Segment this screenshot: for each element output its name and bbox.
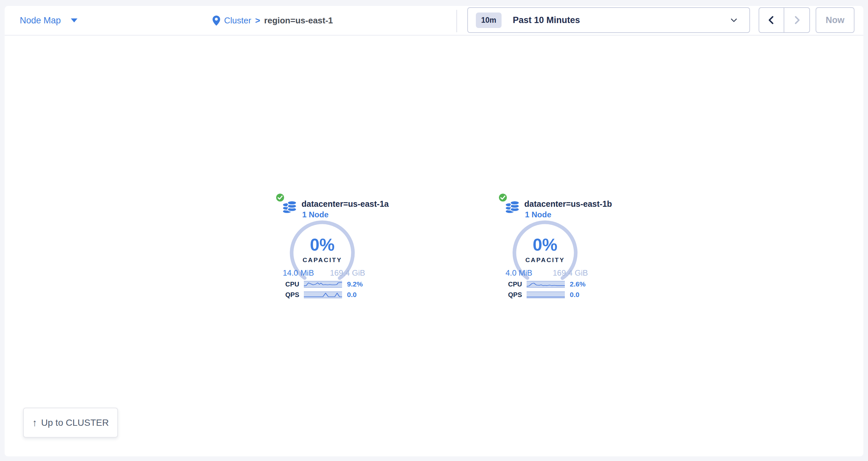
time-window-dropdown[interactable]: 10m Past 10 Minutes [467, 7, 750, 33]
capacity-range: 4.0 MiB 169.4 GiB [505, 268, 588, 277]
qps-value: 0.0 [347, 291, 356, 299]
qps-value: 0.0 [570, 291, 579, 299]
capacity-total: 169.4 GiB [553, 268, 588, 277]
cpu-metric-row: CPU 2.6% [504, 280, 586, 288]
arrow-up-icon: ↑ [32, 417, 37, 428]
qps-label: QPS [504, 291, 522, 299]
cpu-metric-row: CPU 9.2% [281, 280, 363, 288]
cpu-label: CPU [281, 281, 299, 288]
datacenter-card[interactable]: datacenter=us-east-1a 1 Node 0% CAPACITY… [275, 192, 390, 305]
datacenter-card[interactable]: datacenter=us-east-1b 1 Node 0% CAPACITY… [498, 192, 613, 305]
capacity-percent: 0% [286, 235, 359, 255]
qps-metric-row: QPS 0.0 [504, 291, 579, 299]
breadcrumb: Cluster > region=us-east-1 [213, 6, 333, 35]
time-window-badge: 10m [476, 12, 501, 28]
qps-metric-row: QPS 0.0 [281, 291, 356, 299]
caret-down-icon [71, 19, 78, 22]
cpu-label: CPU [504, 281, 522, 288]
breadcrumb-separator: > [255, 15, 260, 26]
node-map-panel: Node Map Cluster > region=us-east-1 10m … [5, 6, 863, 456]
header-bar: Node Map Cluster > region=us-east-1 10m … [5, 6, 863, 36]
next-time-button[interactable] [784, 8, 809, 32]
time-window-label: Past 10 Minutes [513, 15, 580, 25]
view-selector-dropdown[interactable]: Node Map [20, 6, 78, 35]
capacity-used: 4.0 MiB [505, 268, 532, 277]
cpu-value: 9.2% [347, 280, 363, 288]
capacity-label: CAPACITY [509, 257, 581, 264]
breadcrumb-current: region=us-east-1 [264, 15, 333, 26]
view-selector-label: Node Map [20, 15, 61, 26]
up-to-cluster-label: Up to CLUSTER [41, 418, 109, 428]
datacenter-title: datacenter=us-east-1b [524, 199, 612, 209]
check-circle-icon [276, 193, 285, 202]
cpu-sparkline [304, 281, 342, 288]
datacenter-title: datacenter=us-east-1a [302, 199, 389, 209]
map-pin-icon [213, 15, 220, 26]
prev-time-button[interactable] [759, 8, 784, 32]
time-pager [758, 7, 810, 33]
capacity-total: 169.4 GiB [330, 268, 365, 277]
qps-label: QPS [281, 291, 299, 299]
capacity-percent: 0% [509, 235, 581, 255]
capacity-label: CAPACITY [286, 257, 359, 264]
check-circle-icon [498, 193, 507, 202]
capacity-range: 14.0 MiB 169.4 GiB [283, 268, 365, 277]
up-to-cluster-button[interactable]: ↑ Up to CLUSTER [23, 408, 118, 438]
chevron-down-icon [730, 16, 738, 24]
header-divider [457, 10, 457, 32]
capacity-used: 14.0 MiB [283, 268, 314, 277]
qps-sparkline [527, 291, 565, 298]
cpu-sparkline [527, 281, 565, 288]
chevron-left-icon [767, 14, 776, 26]
chevron-right-icon [792, 14, 802, 26]
breadcrumb-cluster-link[interactable]: Cluster [224, 15, 251, 26]
now-button[interactable]: Now [816, 7, 855, 33]
cpu-value: 2.6% [570, 280, 586, 288]
qps-sparkline [304, 291, 342, 298]
